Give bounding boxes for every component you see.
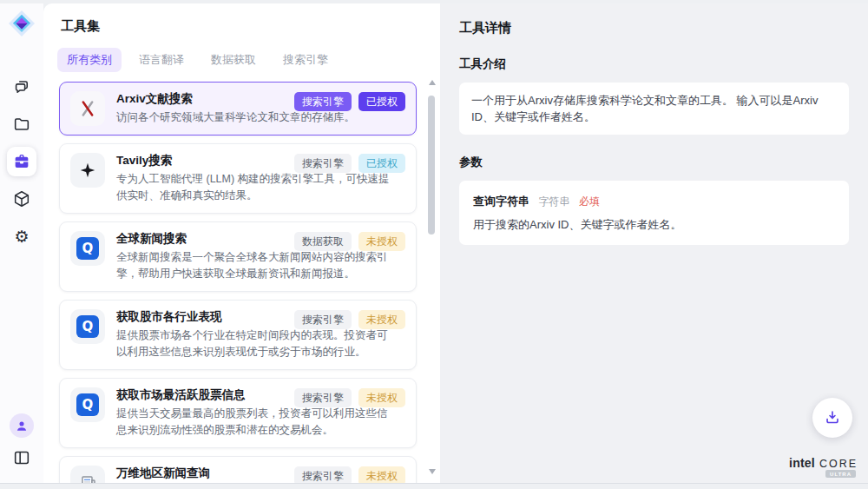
category-tabs: 所有类别 语言翻译 数据获取 搜索引擎 (57, 48, 440, 72)
brand-diamond-logo (8, 10, 36, 37)
scrollbar-down-arrow[interactable] (429, 469, 436, 474)
auth-status-badge: 未授权 (358, 388, 405, 407)
core-wordmark: CORE (819, 458, 858, 470)
category-badge: 搜索引擎 (294, 388, 352, 407)
tool-description: 提供股票市场各个行业在特定时间段内的表现。投资者可以利用这些信息来识别表现优于或… (116, 327, 392, 360)
category-badge: 搜索引擎 (294, 154, 352, 173)
scrollbar-thumb[interactable] (428, 96, 435, 235)
chat-icon[interactable] (7, 72, 36, 102)
param-required-label: 必填 (579, 195, 600, 208)
intel-wordmark: intel (789, 456, 815, 470)
tool-card-regional-news[interactable]: 万维地区新闻查询 查询具体行政区划内的新闻，快速了解各地新闻动态。 搜索引擎 未… (59, 456, 417, 483)
toolset-title: 工具集 (43, 3, 440, 35)
scrollbar-up-arrow[interactable] (429, 80, 436, 85)
newspaper-icon (70, 466, 105, 483)
param-type: 字符串 (538, 195, 569, 208)
folder-icon[interactable] (7, 109, 36, 139)
tool-card-sector-performance[interactable]: Q 获取股市各行业表现 提供股票市场各个行业在特定时间段内的表现。投资者可以利用… (59, 300, 417, 370)
tool-card-arxiv[interactable]: Arxiv文献搜索 访问各个研究领域大量科学论文和文章的存储库。 搜索引擎 已授… (59, 82, 417, 135)
tab-data-acquisition[interactable]: 数据获取 (201, 48, 266, 72)
tool-badges: 搜索引擎 未授权 (294, 310, 405, 329)
toolset-panel: 工具集 所有类别 语言翻译 数据获取 搜索引擎 Arxiv文献搜索 访问各个研究… (43, 3, 440, 483)
param-header: 查询字符串 字符串 必填 (473, 193, 835, 209)
list-scrollbar (427, 78, 437, 476)
juhe-glyph: Q (76, 237, 99, 260)
category-badge: 数据获取 (294, 232, 352, 251)
category-badge: 搜索引擎 (294, 466, 352, 483)
param-card: 查询字符串 字符串 必填 用于搜索的Arxiv ID、关键字或作者姓名。 (459, 181, 849, 245)
tool-badges: 搜索引擎 已授权 (294, 154, 405, 173)
user-avatar[interactable] (10, 413, 34, 438)
tool-description: 专为人工智能代理 (LLM) 构建的搜索引擎工具，可快速提供实时、准确和真实的结… (116, 171, 392, 204)
tool-description: 提供当天交易量最高的股票列表，投资者可以利用这些信息来识别流动性强的股票和潜在的… (116, 406, 392, 439)
tool-description: 全球新闻搜索是一个聚合全球各大新闻网站内容的搜索引擎，帮助用户快速获取全球最新资… (116, 249, 392, 282)
auth-status-badge: 已授权 (358, 92, 405, 111)
app-sidebar: ⚙ (0, 3, 43, 483)
tool-badges: 搜索引擎 已授权 (294, 92, 405, 111)
tool-badges: 搜索引擎 未授权 (294, 466, 405, 483)
gear-glyph: ⚙ (14, 228, 29, 245)
juhe-logo-icon: Q (70, 309, 105, 344)
tool-detail-panel: 工具详情 工具介绍 一个用于从Arxiv存储库搜索科学论文和文章的工具。 输入可… (440, 3, 868, 483)
toolbox-icon[interactable] (7, 147, 36, 176)
param-name: 查询字符串 (473, 195, 529, 208)
detail-title: 工具详情 (459, 20, 849, 36)
category-badge: 搜索引擎 (294, 310, 352, 329)
ultra-badge: ULTRA (825, 470, 856, 478)
tab-search-engine[interactable]: 搜索引擎 (273, 48, 338, 72)
tool-badges: 数据获取 未授权 (294, 232, 405, 251)
tool-badges: 搜索引擎 未授权 (294, 388, 405, 407)
juhe-logo-icon: Q (70, 387, 105, 422)
tavily-logo-icon (70, 153, 105, 188)
auth-status-badge: 未授权 (358, 310, 405, 329)
auth-status-badge: 未授权 (358, 466, 405, 483)
window-bottom-divider (0, 483, 868, 484)
auth-status-badge: 未授权 (358, 232, 405, 251)
intel-core-logo: intelCORE ULTRA (789, 455, 858, 471)
intro-card: 一个用于从Arxiv存储库搜索科学论文和文章的工具。 输入可以是Arxiv ID… (459, 83, 849, 135)
tool-card-list: Arxiv文献搜索 访问各个研究领域大量科学论文和文章的存储库。 搜索引擎 已授… (59, 82, 417, 483)
tool-card-most-active-stocks[interactable]: Q 获取市场最活跃股票信息 提供当天交易量最高的股票列表，投资者可以利用这些信息… (59, 378, 417, 448)
tool-card-global-news[interactable]: Q 全球新闻搜索 全球新闻搜索是一个聚合全球各大新闻网站内容的搜索引擎，帮助用户… (59, 221, 417, 292)
panel-toggle-icon[interactable] (7, 443, 36, 472)
cube-icon[interactable] (7, 184, 36, 214)
tab-language-translation[interactable]: 语言翻译 (129, 48, 194, 72)
juhe-glyph: Q (76, 315, 99, 338)
params-heading: 参数 (459, 155, 849, 170)
param-description: 用于搜索的Arxiv ID、关键字或作者姓名。 (473, 217, 835, 233)
intro-heading: 工具介绍 (459, 56, 849, 72)
auth-status-badge: 已授权 (358, 154, 405, 173)
download-button[interactable] (812, 398, 852, 438)
category-badge: 搜索引擎 (294, 92, 352, 111)
tool-description: 访问各个研究领域大量科学论文和文章的存储库。 (116, 109, 355, 126)
juhe-logo-icon: Q (70, 231, 105, 266)
tool-card-tavily[interactable]: Tavily搜索 专为人工智能代理 (LLM) 构建的搜索引擎工具，可快速提供实… (59, 143, 417, 214)
arxiv-logo-icon (70, 91, 105, 126)
tab-all-categories[interactable]: 所有类别 (57, 48, 122, 72)
gear-icon[interactable]: ⚙ (7, 221, 36, 251)
juhe-glyph: Q (76, 393, 99, 416)
